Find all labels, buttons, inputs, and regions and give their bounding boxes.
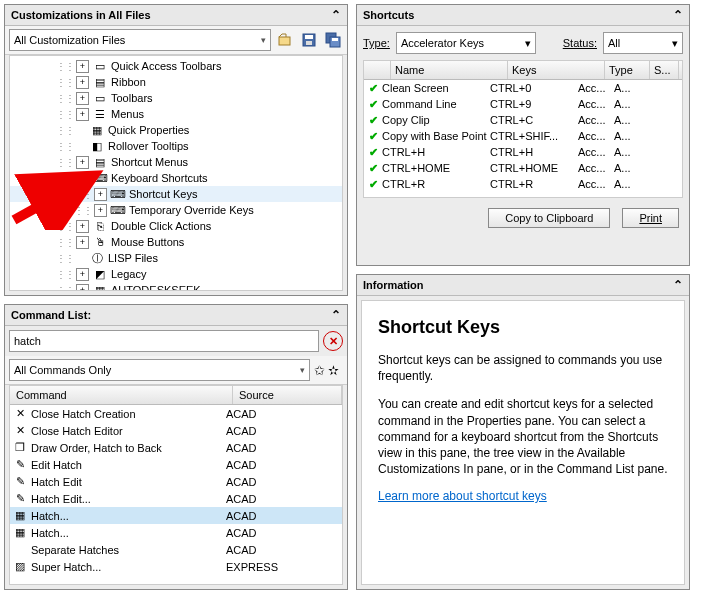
customization-tree[interactable]: ⋮⋮+▭Quick Access Toolbars⋮⋮+▤Ribbon⋮⋮+▭T… bbox=[9, 55, 343, 291]
check-icon: ✔ bbox=[364, 82, 382, 95]
search-input[interactable] bbox=[9, 330, 319, 352]
status-combo[interactable]: All▾ bbox=[603, 32, 683, 54]
collapse-icon[interactable]: ⌃ bbox=[331, 8, 341, 22]
type-label: Type: bbox=[363, 37, 390, 49]
smenu-icon: ▤ bbox=[92, 155, 108, 169]
expand-icon[interactable]: + bbox=[76, 156, 89, 169]
expand-icon[interactable]: - bbox=[76, 172, 89, 185]
tree-item[interactable]: ⋮⋮+⎘Double Click Actions bbox=[10, 218, 342, 234]
list-item[interactable]: ✎Hatch EditACAD bbox=[10, 473, 342, 490]
legacy-icon: ◩ bbox=[92, 267, 108, 281]
new-command-icon[interactable]: ✫ bbox=[328, 363, 339, 378]
open-icon[interactable] bbox=[275, 30, 295, 50]
tree-item[interactable]: ⋮⋮+⌨Shortcut Keys bbox=[10, 186, 342, 202]
check-icon: ✔ bbox=[364, 162, 382, 175]
col-keys[interactable]: Keys bbox=[508, 61, 605, 79]
x-icon: ✕ bbox=[12, 424, 28, 438]
dbl-icon: ⎘ bbox=[92, 219, 108, 233]
table-row[interactable]: ✔Copy with Base PointCTRL+SHIF...Acc...A… bbox=[364, 128, 682, 144]
panel-title: Information bbox=[363, 279, 424, 291]
toolbar-icon: ▭ bbox=[92, 91, 108, 105]
expand-icon[interactable]: + bbox=[76, 268, 89, 281]
col-command[interactable]: Command bbox=[10, 386, 233, 404]
list-item[interactable]: ✎Hatch Edit...ACAD bbox=[10, 490, 342, 507]
sh-icon: ▨ bbox=[12, 560, 28, 574]
col-source[interactable]: Source bbox=[233, 386, 342, 404]
learn-more-link[interactable]: Learn more about shortcut keys bbox=[378, 489, 547, 503]
save-as-icon[interactable] bbox=[323, 30, 343, 50]
tree-item[interactable]: ⋮⋮+▤Shortcut Menus bbox=[10, 154, 342, 170]
information-panel: Information ⌃ Shortcut Keys Shortcut key… bbox=[356, 274, 690, 590]
collapse-icon[interactable]: ⌃ bbox=[331, 308, 341, 322]
find-icon[interactable]: ✩ bbox=[314, 363, 325, 378]
tree-item[interactable]: ⋮⋮+◩Legacy bbox=[10, 266, 342, 282]
list-item[interactable]: ✕Close Hatch CreationACAD bbox=[10, 405, 342, 422]
save-icon[interactable] bbox=[299, 30, 319, 50]
tree-item[interactable]: ⋮⋮▦Quick Properties bbox=[10, 122, 342, 138]
shortcuts-panel: Shortcuts ⌃ Type: Accelerator Keys▾ Stat… bbox=[356, 4, 690, 266]
svg-rect-0 bbox=[279, 37, 290, 45]
col-type[interactable]: Type bbox=[605, 61, 650, 79]
tree-item[interactable]: ⋮⋮ⓛLISP Files bbox=[10, 250, 342, 266]
table-row[interactable]: ✔Command LineCTRL+9Acc...A... bbox=[364, 96, 682, 112]
shortcuts-table[interactable]: Name Keys Type S... ✔Clean ScreenCTRL+0A… bbox=[363, 60, 683, 198]
table-row[interactable]: ✔CTRL+HCTRL+HAcc...A... bbox=[364, 144, 682, 160]
copy-to-clipboard-button[interactable]: Copy to Clipboard bbox=[488, 208, 610, 228]
expand-icon[interactable]: + bbox=[76, 284, 89, 292]
qat-icon: ▭ bbox=[92, 59, 108, 73]
expand-icon[interactable]: + bbox=[76, 92, 89, 105]
lisp-icon: ⓛ bbox=[89, 251, 105, 265]
tree-item[interactable]: ⋮⋮+▦AUTODESKSEEK bbox=[10, 282, 342, 291]
col-source[interactable]: S... bbox=[650, 61, 679, 79]
col-name[interactable]: Name bbox=[391, 61, 508, 79]
collapse-icon[interactable]: ⌃ bbox=[673, 278, 683, 292]
print-button[interactable]: Print bbox=[622, 208, 679, 228]
type-combo[interactable]: Accelerator Keys▾ bbox=[396, 32, 536, 54]
expand-icon[interactable]: + bbox=[94, 204, 107, 217]
pencil-icon: ✎ bbox=[12, 475, 28, 489]
clear-search-icon[interactable]: ✕ bbox=[323, 331, 343, 351]
info-text: You can create and edit shortcut keys fo… bbox=[378, 396, 668, 477]
tree-item[interactable]: ⋮⋮◧Rollover Tooltips bbox=[10, 138, 342, 154]
list-item[interactable]: ❐Draw Order, Hatch to BackACAD bbox=[10, 439, 342, 456]
panel-title: Customizations in All Files bbox=[11, 9, 151, 21]
list-item[interactable]: ▦Hatch...ACAD bbox=[10, 524, 342, 541]
tree-item[interactable]: ⋮⋮+▭Quick Access Toolbars bbox=[10, 58, 342, 74]
sk-icon: ⌨ bbox=[110, 187, 126, 201]
qp-icon: ▦ bbox=[89, 123, 105, 137]
status-label: Status: bbox=[563, 37, 597, 49]
tree-item[interactable]: ⋮⋮+▤Ribbon bbox=[10, 74, 342, 90]
command-filter-combo[interactable]: All Commands Only▾ bbox=[9, 359, 310, 381]
list-item[interactable]: ▦Hatch...ACAD bbox=[10, 507, 342, 524]
command-table[interactable]: Command Source ✕Close Hatch CreationACAD… bbox=[9, 385, 343, 585]
table-row[interactable]: ✔CTRL+HOMECTRL+HOMEAcc...A... bbox=[364, 160, 682, 176]
expand-icon[interactable]: + bbox=[76, 60, 89, 73]
check-icon: ✔ bbox=[364, 114, 382, 127]
tree-item[interactable]: ⋮⋮+⌨Temporary Override Keys bbox=[10, 202, 342, 218]
tree-item[interactable]: ⋮⋮+☰Menus bbox=[10, 106, 342, 122]
table-row[interactable]: ✔Copy ClipCTRL+CAcc...A... bbox=[364, 112, 682, 128]
hatch-icon: ▦ bbox=[12, 509, 28, 523]
svg-rect-6 bbox=[332, 38, 338, 41]
expand-icon[interactable]: + bbox=[76, 76, 89, 89]
tree-item[interactable]: ⋮⋮-⌨Keyboard Shortcuts bbox=[10, 170, 342, 186]
table-row[interactable]: ✔CTRL+RCTRL+RAcc...A... bbox=[364, 176, 682, 192]
command-list-panel: Command List: ⌃ ✕ All Commands Only▾ ✩ ✫… bbox=[4, 304, 348, 590]
expand-icon[interactable]: + bbox=[94, 188, 107, 201]
customizations-panel: Customizations in All Files ⌃ All Custom… bbox=[4, 4, 348, 296]
check-icon: ✔ bbox=[364, 146, 382, 159]
list-item[interactable]: ▨Super Hatch...EXPRESS bbox=[10, 558, 342, 575]
tree-item[interactable]: ⋮⋮+▭Toolbars bbox=[10, 90, 342, 106]
expand-icon[interactable]: + bbox=[76, 108, 89, 121]
svg-rect-2 bbox=[305, 35, 313, 39]
list-item[interactable]: ✕Close Hatch EditorACAD bbox=[10, 422, 342, 439]
expand-icon[interactable]: + bbox=[76, 220, 89, 233]
customization-file-combo[interactable]: All Customization Files▾ bbox=[9, 29, 271, 51]
expand-icon[interactable]: + bbox=[76, 236, 89, 249]
list-item[interactable]: Separate HatchesACAD bbox=[10, 541, 342, 558]
table-row[interactable]: ✔Clean ScreenCTRL+0Acc...A... bbox=[364, 80, 682, 96]
svg-rect-3 bbox=[306, 41, 312, 45]
list-item[interactable]: ✎Edit HatchACAD bbox=[10, 456, 342, 473]
collapse-icon[interactable]: ⌃ bbox=[673, 8, 683, 22]
tree-item[interactable]: ⋮⋮+🖱Mouse Buttons bbox=[10, 234, 342, 250]
